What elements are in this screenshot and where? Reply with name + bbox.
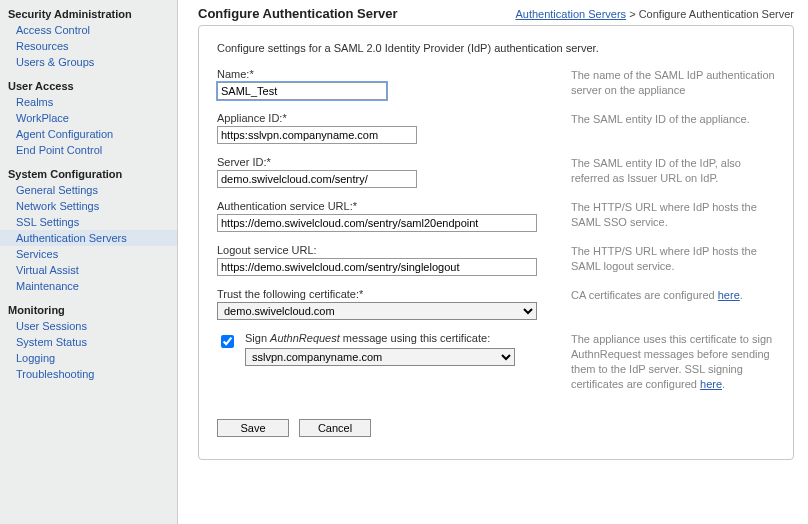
sidebar-item-agent-configuration[interactable]: Agent Configuration <box>0 126 177 142</box>
help-logout-url: The HTTP/S URL where IdP hosts the SAML … <box>557 244 775 274</box>
input-server-id[interactable] <box>217 170 417 188</box>
sidebar-item-troubleshooting[interactable]: Troubleshooting <box>0 366 177 382</box>
main-content: Configure Authentication Server Authenti… <box>178 0 808 524</box>
sidebar-item-access-control[interactable]: Access Control <box>0 22 177 38</box>
label-trust-cert: Trust the following certificate:* <box>217 288 557 300</box>
breadcrumb-link-auth-servers[interactable]: Authentication Servers <box>515 8 626 20</box>
sidebar-group-title: System Configuration <box>0 164 177 182</box>
row-name: Name:* The name of the SAML IdP authenti… <box>217 68 775 100</box>
help-name: The name of the SAML IdP authentication … <box>557 68 775 98</box>
button-row: Save Cancel <box>217 419 775 437</box>
label-logout-url: Logout service URL: <box>217 244 557 256</box>
sidebar-group-system-configuration: System Configuration General Settings Ne… <box>0 164 177 294</box>
link-ca-here[interactable]: here <box>718 289 740 301</box>
sidebar-group-security-admin: Security Administration Access Control R… <box>0 4 177 70</box>
help-appliance-id: The SAML entity ID of the appliance. <box>557 112 775 127</box>
help-server-id: The SAML entity ID of the IdP, also refe… <box>557 156 775 186</box>
breadcrumb-current: Configure Authentication Server <box>639 8 794 20</box>
help-trust-cert: CA certificates are configured here. <box>557 288 775 303</box>
sidebar-group-monitoring: Monitoring User Sessions System Status L… <box>0 300 177 382</box>
sidebar-item-virtual-assist[interactable]: Virtual Assist <box>0 262 177 278</box>
help-trust-cert-suffix: . <box>740 289 743 301</box>
breadcrumb: Authentication Servers > Configure Authe… <box>515 8 794 20</box>
label-name: Name:* <box>217 68 557 80</box>
input-auth-url[interactable] <box>217 214 537 232</box>
help-auth-url: The HTTP/S URL where IdP hosts the SAML … <box>557 200 775 230</box>
sidebar-group-title: User Access <box>0 76 177 94</box>
sidebar-item-end-point-control[interactable]: End Point Control <box>0 142 177 158</box>
input-logout-url[interactable] <box>217 258 537 276</box>
sidebar-item-maintenance[interactable]: Maintenance <box>0 278 177 294</box>
label-sign-suffix: message using this certificate: <box>340 332 490 344</box>
row-server-id: Server ID:* The SAML entity ID of the Id… <box>217 156 775 188</box>
label-sign-italic: AuthnRequest <box>270 332 340 344</box>
label-auth-url: Authentication service URL:* <box>217 200 557 212</box>
save-button[interactable]: Save <box>217 419 289 437</box>
help-sign-suffix: . <box>722 378 725 390</box>
input-appliance-id[interactable] <box>217 126 417 144</box>
sidebar-item-users-groups[interactable]: Users & Groups <box>0 54 177 70</box>
help-trust-cert-text: CA certificates are configured <box>571 289 718 301</box>
checkbox-sign-authnrequest[interactable] <box>221 335 234 348</box>
sidebar-item-resources[interactable]: Resources <box>0 38 177 54</box>
sidebar-group-title: Security Administration <box>0 4 177 22</box>
link-ssl-here[interactable]: here <box>700 378 722 390</box>
sidebar-item-authentication-servers[interactable]: Authentication Servers <box>0 230 177 246</box>
label-sign-prefix: Sign <box>245 332 270 344</box>
row-trust-cert: Trust the following certificate:* demo.s… <box>217 288 775 320</box>
sidebar-item-ssl-settings[interactable]: SSL Settings <box>0 214 177 230</box>
label-sign-authnrequest: Sign AuthnRequest message using this cer… <box>245 332 557 344</box>
label-appliance-id: Appliance ID:* <box>217 112 557 124</box>
sidebar-item-workplace[interactable]: WorkPlace <box>0 110 177 126</box>
breadcrumb-sep: > <box>629 8 635 20</box>
sidebar-group-user-access: User Access Realms WorkPlace Agent Confi… <box>0 76 177 158</box>
sidebar-item-user-sessions[interactable]: User Sessions <box>0 318 177 334</box>
sidebar-item-realms[interactable]: Realms <box>0 94 177 110</box>
help-sign-text: The appliance uses this certificate to s… <box>571 333 772 390</box>
cancel-button[interactable]: Cancel <box>299 419 371 437</box>
sidebar-item-network-settings[interactable]: Network Settings <box>0 198 177 214</box>
sidebar: Security Administration Access Control R… <box>0 0 178 524</box>
sidebar-item-services[interactable]: Services <box>0 246 177 262</box>
select-trust-cert[interactable]: demo.swivelcloud.com <box>217 302 537 320</box>
sidebar-item-general-settings[interactable]: General Settings <box>0 182 177 198</box>
panel-intro: Configure settings for a SAML 2.0 Identi… <box>217 42 775 54</box>
label-server-id: Server ID:* <box>217 156 557 168</box>
row-appliance-id: Appliance ID:* The SAML entity ID of the… <box>217 112 775 144</box>
sidebar-group-title: Monitoring <box>0 300 177 318</box>
page-title: Configure Authentication Server <box>198 6 398 21</box>
select-sign-cert[interactable]: sslvpn.companyname.com <box>245 348 515 366</box>
row-sign-authnrequest: Sign AuthnRequest message using this cer… <box>217 332 775 391</box>
row-auth-url: Authentication service URL:* The HTTP/S … <box>217 200 775 232</box>
config-panel: Configure settings for a SAML 2.0 Identi… <box>198 25 794 460</box>
page-header: Configure Authentication Server Authenti… <box>198 6 794 21</box>
sidebar-item-logging[interactable]: Logging <box>0 350 177 366</box>
sidebar-item-system-status[interactable]: System Status <box>0 334 177 350</box>
input-name[interactable] <box>217 82 387 100</box>
row-logout-url: Logout service URL: The HTTP/S URL where… <box>217 244 775 276</box>
help-sign: The appliance uses this certificate to s… <box>557 332 775 391</box>
